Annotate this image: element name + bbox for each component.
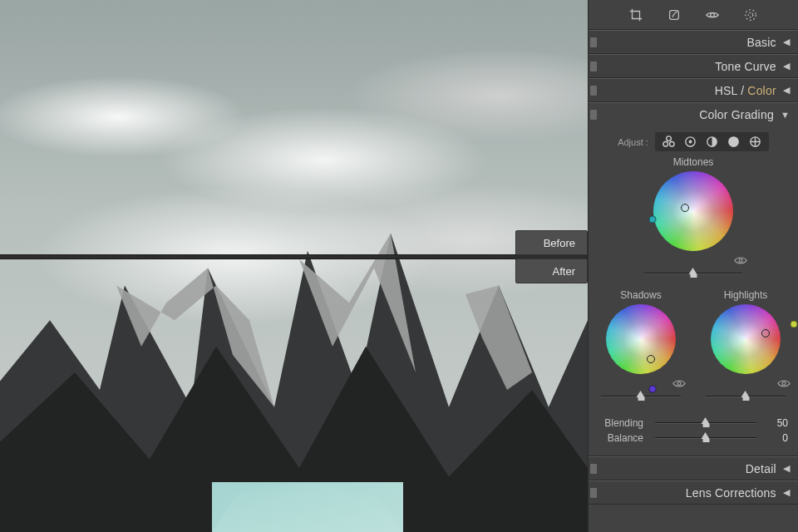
svg-point-15 [746, 9, 756, 20]
before-label: Before [515, 230, 588, 255]
adjust-label: Adjust : [618, 137, 648, 147]
spot-heal-icon[interactable] [667, 7, 682, 22]
svg-point-26 [677, 382, 681, 386]
mode-highlights-icon[interactable] [727, 135, 741, 149]
mountains-svg [0, 181, 588, 532]
panel-header[interactable]: Color Grading▼ [589, 103, 798, 126]
panel-switch-icon[interactable] [590, 37, 597, 47]
panel-label: Tone Curve [715, 60, 776, 73]
svg-point-18 [669, 142, 674, 147]
svg-point-27 [782, 382, 786, 386]
svg-point-20 [688, 140, 692, 144]
panel-switch-icon[interactable] [590, 62, 597, 71]
chevron-left-icon: ◀ [783, 463, 790, 474]
color-grading-body: Adjust : Midtones [589, 126, 798, 456]
adjust-mode-row: Adjust : [594, 132, 793, 151]
blending-slider[interactable] [650, 417, 761, 429]
chevron-left-icon: ◀ [783, 37, 790, 47]
panel-color-grading: Color Grading▼ Adjust : Midtones [589, 102, 798, 456]
panel-label: Basic [747, 36, 776, 49]
preview-divider [0, 254, 588, 259]
zone-title-midtones: Midtones [594, 156, 793, 168]
highlights-luminance-slider[interactable] [701, 391, 791, 402]
svg-point-17 [663, 142, 668, 147]
balance-label: Balance [598, 432, 643, 444]
panel-label: Detail [746, 462, 776, 475]
mode-midtones-icon[interactable] [705, 135, 719, 149]
shadows-luminance-slider[interactable] [596, 391, 686, 402]
blending-row: Blending 50 [594, 417, 793, 429]
after-text: After [553, 265, 575, 278]
highlights-edge-dot[interactable] [791, 321, 798, 328]
radial-icon[interactable] [743, 7, 758, 22]
panel-label: Color Grading [699, 108, 774, 121]
svg-rect-12 [670, 10, 679, 19]
highlights-knob[interactable] [761, 329, 770, 337]
shadows-edge-dot[interactable] [649, 386, 657, 393]
after-label: After [515, 259, 588, 283]
before-after-labels: Before After [515, 230, 588, 287]
visibility-icon[interactable] [672, 379, 686, 389]
panel-switch-icon[interactable] [590, 86, 597, 96]
preview-area: Before After [0, 0, 588, 532]
panel-label: HSL / Color [715, 84, 776, 97]
midtones-wheel[interactable] [653, 171, 733, 251]
chevron-left-icon: ◀ [783, 85, 790, 96]
svg-marker-5 [212, 482, 403, 532]
midtones-knob[interactable] [681, 204, 689, 212]
visibility-icon[interactable] [734, 256, 747, 266]
zone-title-shadows: Shadows [620, 289, 661, 301]
shadows-knob[interactable] [647, 355, 655, 363]
panel-detail[interactable]: Detail◀ [589, 456, 798, 480]
develop-panel: Basic◀ Tone Curve◀ HSL / Color◀ Color Gr… [588, 0, 798, 532]
panel-switch-icon[interactable] [590, 110, 597, 120]
mode-shadows-icon[interactable] [683, 135, 697, 149]
mode-3way-icon[interactable] [662, 135, 676, 149]
panel-lens-corrections[interactable]: Lens Corrections◀ [589, 480, 798, 505]
adjust-mode-group [655, 132, 769, 151]
lake-svg [212, 482, 403, 532]
zone-title-highlights: Highlights [724, 289, 768, 301]
panel-hsl-color[interactable]: HSL / Color◀ [589, 78, 798, 102]
mode-global-icon[interactable] [748, 135, 762, 149]
shadows-wheel[interactable] [606, 304, 676, 374]
tool-strip [589, 0, 798, 30]
crop-icon[interactable] [628, 7, 643, 22]
balance-value[interactable]: 0 [768, 432, 788, 444]
chevron-left-icon: ◀ [783, 61, 790, 71]
highlights-wheel[interactable] [711, 304, 781, 374]
blending-label: Blending [598, 417, 643, 429]
redeye-icon[interactable] [705, 7, 720, 22]
svg-point-16 [667, 136, 672, 141]
blending-value[interactable]: 50 [768, 417, 788, 429]
panel-label: Lens Corrections [686, 486, 776, 500]
chevron-left-icon: ◀ [783, 487, 790, 498]
before-text: Before [544, 237, 575, 249]
panel-basic[interactable]: Basic◀ [589, 30, 798, 54]
midtones-luminance-slider[interactable] [639, 268, 747, 279]
svg-point-25 [739, 259, 742, 263]
svg-point-13 [711, 12, 715, 17]
chevron-down-icon: ▼ [781, 110, 790, 120]
panel-tone-curve[interactable]: Tone Curve◀ [589, 54, 798, 78]
balance-slider[interactable] [650, 432, 761, 444]
visibility-icon[interactable] [777, 379, 791, 389]
midtones-edge-dot[interactable] [649, 216, 657, 224]
panel-switch-icon[interactable] [590, 488, 597, 498]
panel-switch-icon[interactable] [590, 464, 597, 474]
before-image[interactable] [0, 0, 588, 532]
balance-row: Balance 0 [594, 432, 793, 444]
svg-point-14 [748, 12, 752, 17]
